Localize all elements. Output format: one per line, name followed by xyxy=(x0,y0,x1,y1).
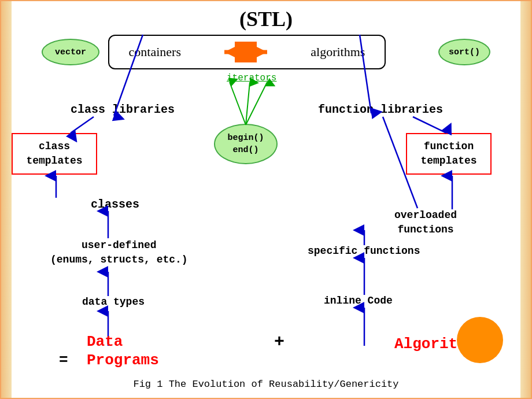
sort-oval: sort() xyxy=(438,39,490,65)
overloaded-functions-label: overloadedfunctions xyxy=(394,208,457,237)
double-arrow-icon xyxy=(220,42,272,62)
right-border xyxy=(520,1,531,398)
function-libraries-label: function libraries xyxy=(318,103,443,116)
page-content: (STL) containers algorithms vector sort(… xyxy=(1,1,531,398)
svg-line-17 xyxy=(246,82,250,125)
stl-box: containers algorithms xyxy=(108,35,386,69)
inline-code-label: inline Code xyxy=(324,295,393,306)
data-types-label: data types xyxy=(82,296,145,308)
data-bottom-label: Data xyxy=(87,333,123,350)
begin-end-oval: begin()end() xyxy=(214,124,278,164)
classes-label: classes xyxy=(91,198,139,211)
containers-label: containers xyxy=(129,45,181,60)
class-templates-box: class templates xyxy=(12,133,97,175)
specific-functions-label: specific functions xyxy=(308,245,420,257)
plus-label: + xyxy=(274,332,285,352)
algorithms-label: algorithms xyxy=(311,45,365,60)
function-templates-box: functiontemplates xyxy=(406,133,492,175)
fig-caption: Fig 1 The Evolution of Reusability/Gener… xyxy=(1,379,531,390)
svg-line-18 xyxy=(246,82,267,125)
equals-label: = xyxy=(59,352,68,369)
programs-label: Programs xyxy=(87,352,159,369)
orange-circle xyxy=(457,317,503,363)
svg-line-12 xyxy=(413,117,446,133)
page-title: (STL) xyxy=(1,1,531,31)
svg-line-7 xyxy=(71,117,94,133)
svg-line-16 xyxy=(230,82,246,125)
class-libraries-label: class libraries xyxy=(71,103,175,116)
vector-oval: vector xyxy=(42,39,99,65)
left-border xyxy=(1,1,12,398)
user-defined-label: user-defined(enums, structs, etc.) xyxy=(50,238,188,267)
iterators-label: iterators xyxy=(227,73,276,83)
